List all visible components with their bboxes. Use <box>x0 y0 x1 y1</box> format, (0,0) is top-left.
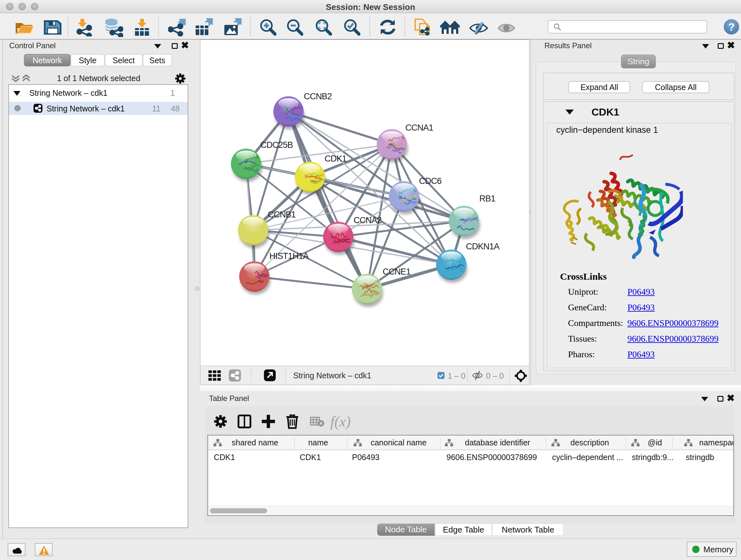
svg-text:CCNA1: CCNA1 <box>405 123 433 132</box>
svg-text:CCNA2: CCNA2 <box>354 215 382 225</box>
svg-text:CDC25B: CDC25B <box>260 140 293 150</box>
svg-text:CCNB1: CCNB1 <box>268 210 296 219</box>
svg-text:CCNE1: CCNE1 <box>383 267 411 276</box>
svg-text:CDK1: CDK1 <box>325 154 347 164</box>
svg-text:CDKN1A: CDKN1A <box>466 242 500 251</box>
svg-text:CDC6: CDC6 <box>419 176 441 186</box>
svg-text:RB1: RB1 <box>479 194 495 203</box>
svg-text:CCNB2: CCNB2 <box>304 91 332 101</box>
svg-text:HIST1H1A: HIST1H1A <box>269 251 309 261</box>
